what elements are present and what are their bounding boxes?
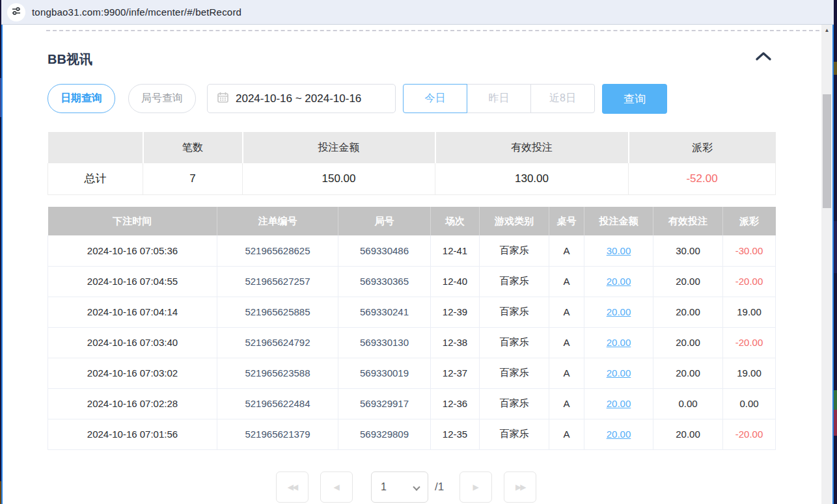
- search-button[interactable]: 查询: [602, 84, 667, 114]
- header-table-no: 桌号: [549, 207, 584, 235]
- cell-game-type: 百家乐: [480, 419, 549, 449]
- tune-icon: [12, 7, 21, 18]
- first-page-button[interactable]: ◀◀: [276, 471, 309, 503]
- cell-game-type: 百家乐: [480, 266, 549, 297]
- cell-bet-time: 2024-10-16 07:05:36: [48, 235, 217, 266]
- cell-round-id: 569329917: [338, 388, 431, 419]
- summary-header-row: 笔数 投注金额 有效投注 派彩: [48, 132, 776, 163]
- chevron-up-icon: [755, 51, 772, 64]
- summary-header-payout: 派彩: [629, 132, 776, 163]
- cell-round-id: 569330486: [338, 235, 431, 266]
- vertical-scrollbar[interactable]: ▲: [821, 25, 832, 504]
- cell-bet-id: 521965624792: [217, 327, 338, 358]
- cell-bet-id: 521965621379: [217, 419, 338, 449]
- cell-table-no: A: [549, 358, 584, 388]
- bet-record-panel: BB视讯 日期查询 局号查询: [3, 25, 821, 504]
- summary-total-row: 总计 7 150.00 130.00 -52.00: [48, 163, 776, 194]
- scrollbar-up-arrow-icon[interactable]: ▲: [821, 25, 832, 35]
- cell-valid-bet: 20.00: [653, 327, 723, 358]
- summary-payout-value: -52.00: [629, 163, 776, 194]
- page-select-value: 1: [381, 481, 387, 493]
- header-valid-bet: 有效投注: [653, 207, 723, 235]
- cell-game-type: 百家乐: [480, 358, 549, 388]
- cell-bet-id: 521965625885: [217, 297, 338, 327]
- cell-payout: 19.00: [723, 297, 776, 327]
- summary-header-empty: [48, 132, 143, 163]
- cell-bet-id: 521965627257: [217, 266, 338, 297]
- summary-header-bet-amount: 投注金额: [243, 132, 435, 163]
- summary-header-valid-bet: 有效投注: [435, 132, 629, 163]
- header-bet-time: 下注时间: [48, 207, 217, 235]
- bet-amount-link[interactable]: 20.00: [607, 429, 631, 440]
- page-total-label: /1: [435, 481, 444, 494]
- table-row: 2024-10-16 07:05:36 521965628625 5693304…: [48, 235, 776, 266]
- bet-records-table: 下注时间 注单编号 局号 场次 游戏类别 桌号 投注金额 有效投注 派彩 202…: [48, 207, 776, 450]
- page-select[interactable]: 1: [371, 471, 428, 503]
- bet-amount-link[interactable]: 20.00: [607, 306, 631, 317]
- next-page-button[interactable]: ▶: [460, 471, 492, 503]
- page-title: BB视讯: [48, 51, 92, 68]
- round-query-tab[interactable]: 局号查询: [128, 84, 196, 113]
- cell-bet-time: 2024-10-16 07:03:02: [48, 358, 217, 388]
- scrollbar-thumb[interactable]: [823, 94, 831, 208]
- cell-bet-amount: 20.00: [584, 358, 653, 388]
- site-settings-button[interactable]: [7, 3, 25, 21]
- date-query-tab[interactable]: 日期查询: [48, 84, 115, 113]
- cell-game-type: 百家乐: [480, 235, 549, 266]
- bet-amount-link[interactable]: 30.00: [607, 245, 631, 256]
- url-text: tongbao31.com:9900/infe/mcenter/#/betRec…: [32, 7, 241, 18]
- date-range-picker[interactable]: 2024-10-16 ~ 2024-10-16: [207, 84, 396, 113]
- bet-amount-link[interactable]: 20.00: [607, 367, 631, 378]
- bet-amount-link[interactable]: 20.00: [607, 337, 631, 348]
- cell-bet-time: 2024-10-16 07:04:55: [48, 266, 217, 297]
- cell-valid-bet: 20.00: [653, 297, 723, 327]
- cell-table-no: A: [549, 297, 584, 327]
- cell-payout: -20.00: [723, 266, 776, 297]
- yesterday-button[interactable]: 昨日: [467, 84, 531, 113]
- bet-amount-link[interactable]: 20.00: [607, 276, 631, 287]
- table-row: 2024-10-16 07:03:02 521965623588 5693300…: [48, 358, 776, 388]
- cell-valid-bet: 20.00: [653, 358, 723, 388]
- bet-amount-link[interactable]: 20.00: [607, 398, 631, 409]
- cell-payout: 19.00: [723, 358, 776, 388]
- today-button[interactable]: 今日: [403, 84, 467, 113]
- collapse-section-button[interactable]: [752, 49, 775, 66]
- cell-round-id: 569330241: [338, 297, 431, 327]
- background-page-edge-right: [834, 0, 837, 504]
- last-page-button[interactable]: ▶▶: [504, 471, 536, 503]
- header-bet-amount: 投注金额: [584, 207, 653, 235]
- chevron-down-icon: [413, 483, 420, 490]
- cell-valid-bet: 20.00: [653, 266, 723, 297]
- cell-bet-id: 521965628625: [217, 235, 338, 266]
- cell-game-type: 百家乐: [480, 388, 549, 419]
- cell-valid-bet: 30.00: [653, 235, 723, 266]
- cell-game-type: 百家乐: [480, 327, 549, 358]
- cell-round-id: 569329809: [338, 419, 431, 449]
- cell-bet-time: 2024-10-16 07:03:40: [48, 327, 217, 358]
- cell-session: 12-40: [431, 266, 480, 297]
- cell-payout: -20.00: [723, 327, 776, 358]
- last-8-days-button[interactable]: 近8日: [530, 84, 595, 113]
- cell-payout: -30.00: [723, 235, 776, 266]
- last-page-icon: ▶▶: [515, 483, 525, 492]
- cell-bet-amount: 20.00: [584, 388, 653, 419]
- cell-session: 12-35: [431, 419, 480, 449]
- summary-bet-amount-value: 150.00: [243, 163, 435, 194]
- cell-bet-id: 521965622484: [217, 388, 338, 419]
- cell-round-id: 569330019: [338, 358, 431, 388]
- cell-round-id: 569330365: [338, 266, 431, 297]
- cell-session: 12-37: [431, 358, 480, 388]
- header-round-id: 局号: [338, 207, 431, 235]
- summary-total-label: 总计: [48, 163, 143, 194]
- table-row: 2024-10-16 07:01:56 521965621379 5693298…: [48, 419, 776, 449]
- date-range-value: 2024-10-16 ~ 2024-10-16: [236, 92, 361, 105]
- cell-round-id: 569330130: [338, 327, 431, 358]
- cell-bet-time: 2024-10-16 07:02:28: [48, 388, 217, 419]
- cell-bet-amount: 30.00: [584, 235, 653, 266]
- dashed-divider: [46, 30, 819, 31]
- prev-page-button[interactable]: ◀: [320, 471, 353, 503]
- summary-count-value: 7: [143, 163, 243, 194]
- table-row: 2024-10-16 07:04:14 521965625885 5693302…: [48, 297, 776, 327]
- browser-address-bar[interactable]: tongbao31.com:9900/infe/mcenter/#/betRec…: [1, 0, 834, 25]
- cell-bet-time: 2024-10-16 07:04:14: [48, 297, 217, 327]
